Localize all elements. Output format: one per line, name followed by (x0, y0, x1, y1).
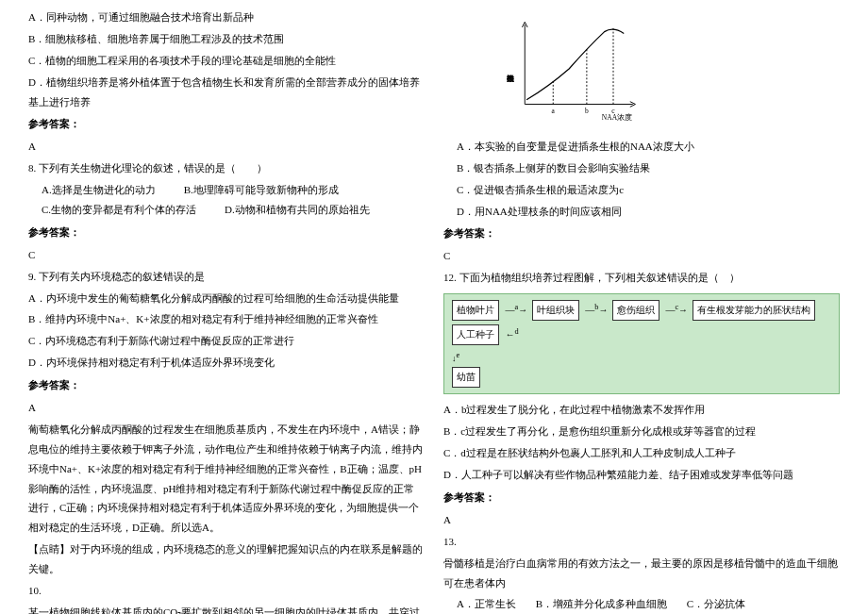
q9-option-d: D．内环境保持相对稳定有利于机体适应外界环境变化 (28, 353, 425, 373)
q11-option-a: A．本实验的自变量是促进插条生根的NAA浓度大小 (443, 137, 840, 157)
q9-option-a: A．内环境中发生的葡萄糖氧化分解成丙酮酸的过程可给细胞的生命活动提供能量 (28, 289, 425, 308)
q13-stem: 骨髓移植是治疗白血病常用的有效方法之一，最主要的原因是移植骨髓中的造血干细胞可在… (443, 554, 840, 593)
q13-option-c: C．分泌抗体 (687, 594, 745, 614)
q12-stem: 12. 下面为植物组织培养过程图解，下列相关叙述错误的是（ ） (443, 268, 840, 288)
answer-label: 参考答案： (28, 114, 425, 134)
q13-options: A．正常生长 B．增殖并分化成多种血细胞 C．分泌抗体 D．杀死各种病原菌 (443, 594, 840, 614)
svg-text:a: a (552, 107, 556, 115)
left-column: A．同种动物，可通过细胞融合技术培育出新品种 B．细胞核移植、细胞培养属于细胞工… (19, 8, 434, 606)
naa-chart: a b c 插条生根平均数目 NAA浓度 (500, 12, 642, 125)
right-column: a b c 插条生根平均数目 NAA浓度 A．本实验的自变量是促进插条生根的NA… (434, 8, 849, 606)
q7-answer: A (28, 137, 425, 157)
flow-c: 愈伤组织 (612, 300, 659, 321)
q11-option-c: C．促进银杏插条生根的最适浓度为c (443, 180, 840, 200)
q12-flow-diagram: 植物叶片 —a→ 叶组织块 —b→ 愈伤组织 —c→ 有生根发芽能力的胚状结构 … (443, 293, 840, 394)
flow-a: 植物叶片 (452, 300, 499, 321)
q7-option-b: B．细胞核移植、细胞培养属于细胞工程涉及的技术范围 (28, 29, 425, 49)
q12-option-b: B．c过程发生了再分化，是愈伤组织重新分化成根或芽等器官的过程 (443, 422, 840, 441)
q11-option-d: D．用NAA处理枝条的时间应该相同 (443, 202, 840, 222)
q10-stem: 某一植物细胞线粒体基质内的CO₂要扩散到相邻的另一细胞内的叶绿体基质内，共穿过的… (28, 603, 425, 614)
q10-num: 10. (28, 581, 425, 601)
flow-e: 人工种子 (452, 324, 499, 345)
q7-option-d: D．植物组织培养是将外植体置于包含植物生长和发育所需的全部营养成分的固体培养基上… (28, 73, 425, 112)
q7-option-a: A．同种动物，可通过细胞融合技术培育出新品种 (28, 8, 425, 27)
q8-option-a: A.选择是生物进化的动力 (42, 180, 156, 200)
q13-num: 13. (443, 532, 840, 552)
q8-option-b: B.地理障碍可能导致新物种的形成 (184, 180, 339, 200)
q13-option-b: B．增殖并分化成多种血细胞 (536, 594, 667, 614)
q9-answer: A (28, 398, 425, 418)
q8-row2: C.生物的变异都是有利个体的存活 D.动物和植物有共同的原始祖先 (28, 200, 425, 220)
flow-f: 幼苗 (452, 367, 480, 388)
arrow-icon: —a→ (506, 301, 528, 319)
q11-answer: C (443, 246, 840, 266)
q9-stem: 9. 下列有关内环境稳态的叙述错误的是 (28, 267, 425, 287)
q12-answer: A (443, 510, 840, 530)
svg-text:插条生根平均数目: 插条生根平均数目 (507, 75, 515, 83)
q8-option-d: D.动物和植物有共同的原始祖先 (225, 200, 370, 220)
q9-explanation-1: 葡萄糖氧化分解成丙酮酸的过程发生在细胞质基质内，不发生在内环境中，A错误；静息电… (28, 420, 425, 538)
flow-d: 有生根发芽能力的胚状结构 (693, 300, 815, 321)
arrow-icon: ←d (506, 325, 519, 343)
svg-text:b: b (585, 107, 589, 115)
answer-label: 参考答案： (443, 224, 840, 243)
flow-b: 叶组织块 (532, 300, 579, 321)
q8-row1: A.选择是生物进化的动力 B.地理障碍可能导致新物种的形成 (28, 180, 425, 200)
q9-option-b: B．维持内环境中Na+、K+浓度的相对稳定有利于维持神经细胞的正常兴奋性 (28, 309, 425, 329)
q12-option-c: C．d过程是在胚状结构外包裹人工胚乳和人工种皮制成人工种子 (443, 443, 840, 463)
q12-option-d: D．人工种子可以解决有些作物品种繁殖能力差、结子困难或发芽率低等问题 (443, 465, 840, 485)
q11-option-b: B．银杏插条上侧芽的数目会影响实验结果 (443, 158, 840, 178)
q8-stem: 8. 下列有关生物进化理论的叙述，错误的是（ ） (28, 158, 425, 178)
q8-answer: C (28, 245, 425, 265)
q9-option-c: C．内环境稳态有利于新陈代谢过程中酶促反应的正常进行 (28, 331, 425, 351)
q8-option-c: C.生物的变异都是有利个体的存活 (42, 200, 196, 220)
q12-option-a: A．b过程发生了脱分化，在此过程中植物激素不发挥作用 (443, 400, 840, 420)
q13-option-a: A．正常生长 (457, 594, 516, 614)
answer-label: 参考答案： (28, 375, 425, 395)
answer-label: 参考答案： (443, 488, 840, 507)
svg-text:NAA浓度: NAA浓度 (602, 113, 632, 122)
q7-option-c: C．植物的细胞工程采用的各项技术手段的理论基础是细胞的全能性 (28, 51, 425, 71)
q9-explanation-2: 【点睛】对于内环境的组成，内环境稳态的意义的理解把握知识点的内在联系是解题的关键… (28, 539, 425, 579)
answer-label: 参考答案： (28, 223, 425, 242)
arrow-icon: —c→ (665, 301, 688, 319)
arrow-icon: —b→ (585, 301, 608, 319)
